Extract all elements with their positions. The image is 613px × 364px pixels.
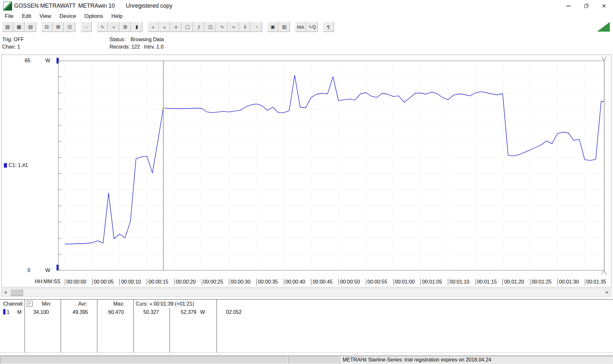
scroll-right-button[interactable]: ►: [604, 289, 611, 295]
x-axis-label: 00:00:00: [65, 279, 86, 285]
export-file-icon: ▤: [28, 24, 33, 30]
view-table-button[interactable]: ⊞: [120, 22, 131, 32]
timer-trigger-button[interactable]: ◔: [251, 22, 262, 32]
row-channel-color-marker: [3, 309, 5, 315]
column-separator: [216, 300, 217, 353]
x-axis-label: 00:00:20: [174, 279, 196, 285]
wave-min-button[interactable]: ∿: [216, 22, 228, 32]
device-upload-button[interactable]: ⊟: [41, 22, 52, 32]
device-download-icon: ⊠: [56, 24, 60, 30]
zoom-curve-icon: ∿Q: [308, 24, 316, 30]
view-scope-button[interactable]: +: [108, 22, 119, 32]
menu-options[interactable]: Options: [80, 12, 107, 20]
records-count: Records: 122: [110, 44, 140, 50]
lcd-display-icon: ▭: [84, 24, 88, 30]
formula-button[interactable]: ƒ: [193, 22, 205, 32]
print-preview-button[interactable]: ▥: [279, 22, 290, 32]
print-icon: ▣: [270, 24, 275, 30]
brand-triangle-icon: [597, 22, 610, 32]
channel-status: Chan: 1: [2, 44, 20, 50]
open-file-icon: ▧: [5, 24, 10, 30]
close-button[interactable]: ×: [595, 0, 613, 12]
y-axis-unit-top: W: [45, 58, 50, 64]
save-file-icon: ▦: [17, 24, 21, 30]
view-trend-icon: ∿: [100, 24, 104, 30]
x-axis-unit: HH:MM:SS: [35, 279, 60, 284]
cell-delta: 02.052: [226, 309, 242, 315]
export-file-button[interactable]: ▤: [25, 22, 36, 32]
print-button[interactable]: ▣: [267, 22, 278, 32]
menu-file[interactable]: File: [1, 12, 18, 20]
page-prev-icon: «: [152, 24, 154, 30]
horizontal-scrollbar[interactable]: ◄ ►: [1, 288, 611, 297]
channel-list-icon: ≡: [175, 24, 178, 30]
save-file-button[interactable]: ▦: [13, 22, 25, 32]
column-separator: [25, 300, 25, 353]
x-axis-label: 00:00:05: [92, 279, 114, 285]
annotation-button[interactable]: ¶: [323, 22, 334, 32]
digital-display-icon: ◫: [208, 24, 213, 30]
column-separator: [61, 300, 61, 353]
statusbar-message: METRAHit Starline-Series: trial registra…: [339, 356, 613, 364]
minimize-button[interactable]: [559, 0, 577, 12]
data-read-button[interactable]: ⇓: [239, 22, 251, 32]
cell-mode: M: [17, 309, 21, 315]
col-header-cursor: Curs: » 00:01:39 (+01:21): [136, 301, 194, 307]
status-label: Status:: [110, 37, 125, 42]
menubar: FileEditViewDeviceOptionsHelp: [1, 12, 612, 20]
device-clear-button[interactable]: ⊡: [64, 22, 75, 32]
annotation-icon: ¶: [327, 24, 329, 30]
info-panel: Trig: OFF Chan: 1 Status: Browsing Data …: [0, 36, 613, 54]
view-bargraph-button[interactable]: ▮: [131, 22, 142, 32]
toolbar-group: ▣▥: [267, 22, 290, 32]
col-header-max: Max:: [113, 301, 125, 307]
interval-value: Intrv. 1.0: [144, 44, 163, 50]
restore-button[interactable]: [577, 0, 595, 12]
print-preview-icon: ▥: [282, 24, 286, 30]
page-next-icon: »: [163, 24, 166, 30]
x-axis-label: 00:01:05: [420, 279, 442, 285]
view-scope-icon: +: [112, 24, 115, 30]
lcd-display-button[interactable]: ▭: [80, 22, 92, 32]
channel-visible-checkbox[interactable]: ✓: [27, 301, 33, 307]
toolbar-group: ⊟⊠⊡: [41, 22, 76, 32]
page-prev-button[interactable]: «: [148, 22, 159, 32]
page-next-button[interactable]: »: [159, 22, 170, 32]
menu-device[interactable]: Device: [55, 12, 80, 20]
menu-help[interactable]: Help: [107, 12, 127, 20]
x-axis-label: 00:01:00: [393, 279, 415, 285]
minimize-icon: [566, 6, 571, 6]
trend-chart-svg: [58, 61, 604, 270]
channel-list-button[interactable]: ≡: [170, 22, 182, 32]
cell-avr: 49.395: [72, 309, 88, 315]
column-separator: [170, 308, 170, 353]
zoom-text-button[interactable]: MA: [295, 22, 306, 32]
view-table-icon: ⊞: [123, 24, 127, 30]
menu-view[interactable]: View: [35, 12, 56, 20]
toolbar-group: ¶: [323, 22, 334, 32]
x-axis-label: 00:01:20: [503, 279, 524, 285]
open-file-button[interactable]: ▧: [2, 22, 13, 32]
digital-display-button[interactable]: ◫: [205, 22, 216, 32]
x-axis-label: 00:01:10: [448, 279, 469, 285]
menu-edit[interactable]: Edit: [18, 12, 35, 20]
x-axis-row: 00:00:0000:00:0500:00:1000:00:1500:00:20…: [58, 279, 610, 286]
scrollbar-thumb[interactable]: [10, 289, 23, 296]
cell-min: 34.100: [33, 309, 49, 315]
wave-max-button[interactable]: ≈: [228, 22, 239, 32]
cell-cursor1-value: 50.327: [143, 309, 159, 315]
brand-text: GOSSEN METRAWATT: [14, 3, 76, 9]
zoom-curve-button[interactable]: ∿Q: [306, 22, 318, 32]
device-download-button[interactable]: ⊠: [53, 22, 64, 32]
monitor-view-icon: ▢: [185, 24, 190, 30]
toolbar-group: MA∿Q: [295, 22, 318, 32]
x-axis-label: 00:00:35: [256, 279, 278, 285]
toolbar-group: ▧▦▤: [2, 22, 36, 32]
cell-unit: W: [200, 309, 205, 315]
monitor-view-button[interactable]: ▢: [182, 22, 193, 32]
plot-area[interactable]: [58, 61, 604, 270]
scroll-left-button[interactable]: ◄: [2, 289, 9, 295]
view-trend-button[interactable]: ∿: [97, 22, 108, 32]
chart-panel: 65 W 0 W C1: 1.#1 HH:MM:SS 00:00:0000:00…: [1, 55, 611, 287]
col-header-channel: Channel:: [3, 301, 24, 307]
